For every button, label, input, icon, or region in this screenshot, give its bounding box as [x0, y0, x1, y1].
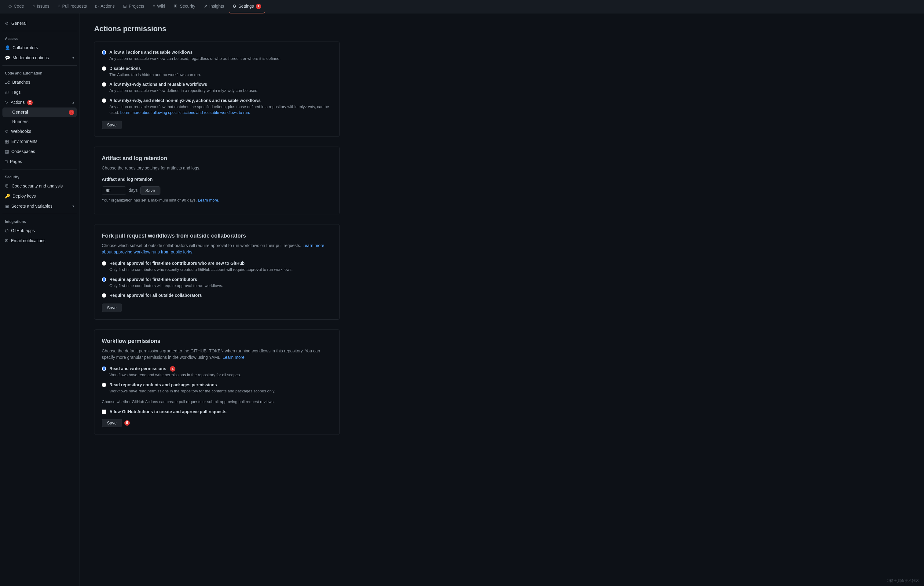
new-github-label: Require approval for first-time contribu…	[109, 260, 293, 267]
codespaces-icon: ▨	[5, 148, 9, 155]
wiki-icon: ≡	[153, 3, 155, 10]
sidebar-item-environments[interactable]: ▦ Environments	[2, 137, 77, 146]
secret-icon: ▣	[5, 203, 9, 209]
fork-pr-save-button[interactable]: Save	[102, 303, 122, 312]
artifact-sub-label: Artifact and log retention	[102, 176, 332, 183]
artifact-learn-more[interactable]: Learn more.	[198, 198, 219, 202]
workflow-save-button[interactable]: Save	[102, 419, 122, 427]
fork-pr-desc: Choose which subset of outside collabora…	[102, 242, 332, 255]
allow-mlyz-desc: Any action or reusable workflow defined …	[109, 88, 259, 94]
sidebar-item-tags[interactable]: 🏷 Tags	[2, 87, 77, 97]
access-group-label: Access	[2, 34, 77, 43]
allow-mlyz-label: Allow mlyz-wdy actions and reusable work…	[109, 81, 259, 88]
watermark: ©稀土掘金技术社区	[887, 578, 919, 584]
webhook-icon: ↻	[5, 128, 8, 135]
nav-wiki[interactable]: ≡ Wiki	[149, 0, 169, 13]
nav-security[interactable]: ⛨ Security	[170, 0, 199, 13]
new-github-radio[interactable]	[102, 261, 106, 266]
allow-all-label: Allow all actions and reusable workflows	[109, 49, 280, 56]
workflow-perms-radio-group: Read and write permissions 4 Workflows h…	[102, 365, 332, 394]
radio-option-allow-all: Allow all actions and reusable workflows…	[102, 49, 332, 62]
sidebar-item-code-security[interactable]: ⛨ Code security and analysis	[2, 181, 77, 191]
sidebar-item-deploy-keys[interactable]: 🔑 Deploy keys	[2, 191, 77, 201]
artifact-save-button[interactable]: Save	[140, 186, 160, 195]
sidebar: ⚙ General Access 👤 Collaborators 💬 Moder…	[0, 13, 79, 586]
first-time-radio[interactable]	[102, 277, 106, 282]
rw-badge: 4	[170, 366, 175, 372]
insights-icon: ↗	[204, 3, 208, 10]
fork-pr-link[interactable]: Learn more about approving workflow runs…	[102, 243, 324, 254]
radio-option-allow-mlyz-select: Allow mlyz-wdy, and select non-mlyz-wdy,…	[102, 97, 332, 116]
artifact-input[interactable]	[102, 186, 126, 195]
radio-option-allow-mlyz: Allow mlyz-wdy actions and reusable work…	[102, 81, 332, 94]
create-prs-label: Allow GitHub Actions to create and appro…	[109, 408, 226, 415]
sidebar-item-secrets[interactable]: ▣ Secrets and variables ▾	[2, 201, 77, 211]
workflow-learn-more[interactable]: Learn more.	[223, 355, 246, 360]
sidebar-divider-1	[2, 31, 77, 31]
chevron-up-icon: ▴	[73, 100, 74, 105]
sidebar-item-collaborators[interactable]: 👤 Collaborators	[2, 43, 77, 53]
sidebar-sub-runners[interactable]: Runners	[2, 117, 77, 127]
sidebar-item-pages[interactable]: □ Pages	[2, 156, 77, 167]
permissions-radio-group: Allow all actions and reusable workflows…	[102, 49, 332, 116]
top-nav: ◇ Code ○ Issues ⑂ Pull requests ▷ Action…	[0, 0, 924, 13]
tag-icon: 🏷	[5, 89, 9, 95]
workflow-rw: Read and write permissions 4 Workflows h…	[102, 365, 332, 378]
create-prs-checkbox[interactable]	[102, 410, 106, 414]
first-time-label: Require approval for first-time contribu…	[109, 277, 223, 283]
page-title: Actions permissions	[94, 23, 340, 34]
code-automation-label: Code and automation	[2, 68, 77, 77]
workflow-perms-title: Workflow permissions	[102, 337, 332, 346]
sidebar-sub-general[interactable]: General 3	[2, 107, 77, 117]
allow-specific-link[interactable]: Learn more about allowing specific actio…	[120, 110, 250, 115]
artifact-info: Your organization has set a maximum limi…	[102, 197, 332, 203]
allow-mlyz-radio[interactable]	[102, 82, 106, 87]
nav-insights[interactable]: ↗ Insights	[200, 0, 228, 13]
sidebar-divider-3	[2, 169, 77, 170]
nav-issues[interactable]: ○ Issues	[29, 0, 53, 13]
checkbox-desc: Choose whether GitHub Actions can create…	[102, 399, 332, 405]
sidebar-item-branches[interactable]: ⎇ Branches	[2, 77, 77, 87]
nav-actions[interactable]: ▷ Actions	[92, 0, 118, 13]
integrations-group-label: Integrations	[2, 217, 77, 226]
artifact-row: days Save	[102, 186, 332, 195]
allow-mlyz-select-desc: Any action or reusable workflow that mat…	[109, 104, 332, 116]
sidebar-item-general[interactable]: ⚙ General	[2, 18, 77, 28]
sidebar-item-actions[interactable]: ▷ Actions 2 ▴	[2, 97, 77, 107]
rw-radio[interactable]	[102, 366, 106, 371]
nav-projects[interactable]: ⊞ Projects	[119, 0, 148, 13]
new-github-desc: Only first-time contributors who recentl…	[109, 267, 293, 273]
disable-radio[interactable]	[102, 66, 106, 71]
sidebar-item-codespaces[interactable]: ▨ Codespaces	[2, 146, 77, 156]
all-outside-label: Require approval for all outside collabo…	[109, 292, 202, 299]
checkbox-option: Allow GitHub Actions to create and appro…	[102, 408, 332, 415]
first-time-desc: Only first-time contributors will requir…	[109, 283, 223, 289]
artifact-title: Artifact and log retention	[102, 154, 332, 163]
rw-desc: Workflows have read and write permission…	[109, 372, 241, 378]
security-nav-icon: ⛨	[173, 3, 178, 10]
sidebar-item-email-notifications[interactable]: ✉ Email notifications	[2, 236, 77, 246]
allow-all-radio[interactable]	[102, 50, 106, 55]
actions-nav-icon: ▷	[95, 3, 99, 10]
nav-settings[interactable]: ⚙ Settings 1	[229, 0, 265, 13]
all-outside-radio[interactable]	[102, 293, 106, 298]
sidebar-item-github-apps[interactable]: ⬡ GitHub apps	[2, 226, 77, 236]
workflow-save-badge: 5	[124, 420, 130, 426]
ro-desc: Workflows have read permissions in the r…	[109, 388, 275, 394]
nav-code[interactable]: ◇ Code	[5, 0, 28, 13]
actions-sidebar-icon: ▷	[5, 99, 8, 106]
permissions-save-button[interactable]: Save	[102, 121, 122, 129]
sidebar-item-webhooks[interactable]: ↻ Webhooks	[2, 127, 77, 137]
secrets-chevron-icon: ▾	[73, 204, 74, 209]
allow-mlyz-select-radio[interactable]	[102, 98, 106, 103]
sidebar-item-moderation[interactable]: 💬 Moderation options ▾	[2, 53, 77, 63]
allow-all-desc: Any action or reusable workflow can be u…	[109, 56, 280, 62]
ro-radio[interactable]	[102, 383, 106, 387]
sub-general-badge: 3	[69, 110, 74, 115]
nav-pull-requests[interactable]: ⑂ Pull requests	[54, 0, 91, 13]
fork-pr-all-outside: Require approval for all outside collabo…	[102, 292, 332, 299]
env-icon: ▦	[5, 138, 9, 145]
sidebar-divider-2	[2, 65, 77, 66]
allow-mlyz-select-label: Allow mlyz-wdy, and select non-mlyz-wdy,…	[109, 97, 332, 104]
rw-label: Read and write permissions 4	[109, 365, 241, 372]
